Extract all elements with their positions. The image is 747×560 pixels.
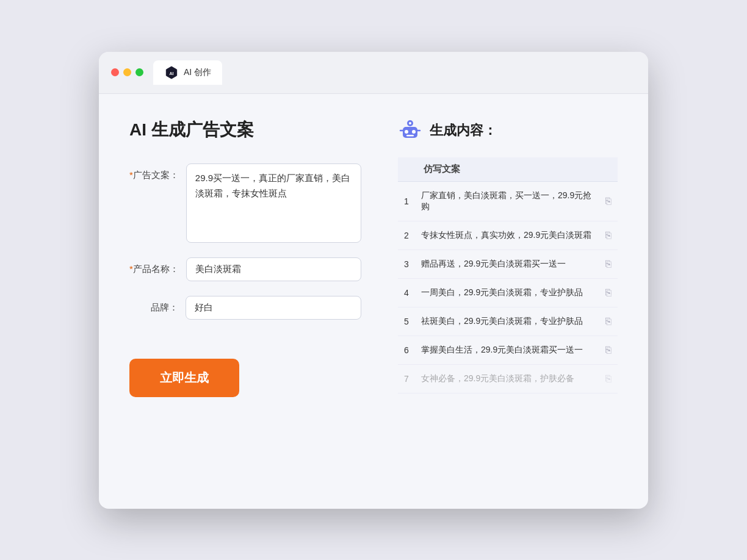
browser-window: AI AI 创作 AI 生成广告文案 *广告文案： 29.9买一送一，真正的厂家…	[99, 52, 648, 509]
copy-button[interactable]: ⎘	[599, 221, 618, 249]
row-text: 掌握美白生活，29.9元美白淡斑霜买一送一	[415, 336, 599, 364]
row-text: 女神必备，29.9元美白淡斑霜，护肤必备	[415, 364, 599, 393]
svg-rect-5	[406, 135, 414, 137]
row-text: 厂家直销，美白淡斑霜，买一送一，29.9元抢购	[415, 181, 599, 221]
traffic-lights	[111, 68, 143, 76]
copy-button[interactable]: ⎘	[599, 307, 618, 336]
ad-copy-input[interactable]: 29.9买一送一，真正的厂家直销，美白淡斑霜，专抹女性斑点	[186, 163, 361, 243]
row-number: 3	[398, 249, 415, 278]
table-row: 4一周美白，29.9元美白淡斑霜，专业护肤品⎘	[398, 278, 618, 307]
table-row: 6掌握美白生活，29.9元美白淡斑霜买一送一⎘	[398, 336, 618, 364]
right-panel: 生成内容： 仿写文案 1厂家直销，美白淡斑霜，买一送一，29.9元抢购⎘2专抹女…	[398, 118, 618, 478]
svg-point-4	[412, 130, 416, 134]
copy-button[interactable]: ⎘	[599, 249, 618, 278]
brand-input[interactable]	[186, 296, 361, 320]
svg-text:AI: AI	[170, 71, 174, 75]
ai-tab[interactable]: AI AI 创作	[153, 60, 222, 85]
col-action-header	[599, 157, 618, 182]
table-row: 2专抹女性斑点，真实功效，29.9元美白淡斑霜⎘	[398, 221, 618, 249]
svg-point-3	[405, 130, 408, 134]
row-number: 7	[398, 364, 415, 393]
row-text: 一周美白，29.9元美白淡斑霜，专业护肤品	[415, 278, 599, 307]
row-number: 4	[398, 278, 415, 307]
page-title: AI 生成广告文案	[129, 118, 361, 142]
table-row: 1厂家直销，美白淡斑霜，买一送一，29.9元抢购⎘	[398, 181, 618, 221]
svg-point-8	[409, 122, 411, 124]
ai-tab-icon: AI	[164, 65, 179, 80]
results-title: 生成内容：	[430, 121, 497, 140]
copy-button[interactable]: ⎘	[599, 278, 618, 307]
ad-copy-label: *广告文案：	[129, 163, 179, 181]
product-name-group: *产品名称：	[129, 257, 361, 281]
table-row: 7女神必备，29.9元美白淡斑霜，护肤必备⎘	[398, 364, 618, 393]
brand-group: 品牌：	[129, 296, 361, 320]
col-text-header: 仿写文案	[415, 157, 599, 182]
results-header: 生成内容：	[398, 118, 618, 143]
robot-icon	[398, 118, 422, 143]
brand-label: 品牌：	[129, 296, 178, 314]
row-number: 2	[398, 221, 415, 249]
table-row: 3赠品再送，29.9元美白淡斑霜买一送一⎘	[398, 249, 618, 278]
left-panel: AI 生成广告文案 *广告文案： 29.9买一送一，真正的厂家直销，美白淡斑霜，…	[129, 118, 361, 478]
table-row: 5祛斑美白，29.9元美白淡斑霜，专业护肤品⎘	[398, 307, 618, 336]
tab-label: AI 创作	[184, 67, 211, 78]
row-number: 6	[398, 336, 415, 364]
content-area: AI 生成广告文案 *广告文案： 29.9买一送一，真正的厂家直销，美白淡斑霜，…	[99, 94, 648, 509]
product-name-label: *产品名称：	[129, 257, 179, 275]
results-table: 仿写文案 1厂家直销，美白淡斑霜，买一送一，29.9元抢购⎘2专抹女性斑点，真实…	[398, 157, 618, 393]
row-text: 专抹女性斑点，真实功效，29.9元美白淡斑霜	[415, 221, 599, 249]
close-traffic-light[interactable]	[111, 68, 119, 76]
minimize-traffic-light[interactable]	[123, 68, 131, 76]
titlebar: AI AI 创作	[99, 52, 648, 94]
copy-button[interactable]: ⎘	[599, 336, 618, 364]
ad-copy-group: *广告文案： 29.9买一送一，真正的厂家直销，美白淡斑霜，专抹女性斑点	[129, 163, 361, 243]
copy-button[interactable]: ⎘	[599, 364, 618, 393]
fullscreen-traffic-light[interactable]	[135, 68, 143, 76]
product-name-input[interactable]	[186, 257, 361, 281]
col-num-header	[398, 157, 415, 182]
row-text: 赠品再送，29.9元美白淡斑霜买一送一	[415, 249, 599, 278]
copy-button[interactable]: ⎘	[599, 181, 618, 221]
row-number: 5	[398, 307, 415, 336]
generate-button[interactable]: 立即生成	[129, 359, 239, 397]
row-number: 1	[398, 181, 415, 221]
row-text: 祛斑美白，29.9元美白淡斑霜，专业护肤品	[415, 307, 599, 336]
